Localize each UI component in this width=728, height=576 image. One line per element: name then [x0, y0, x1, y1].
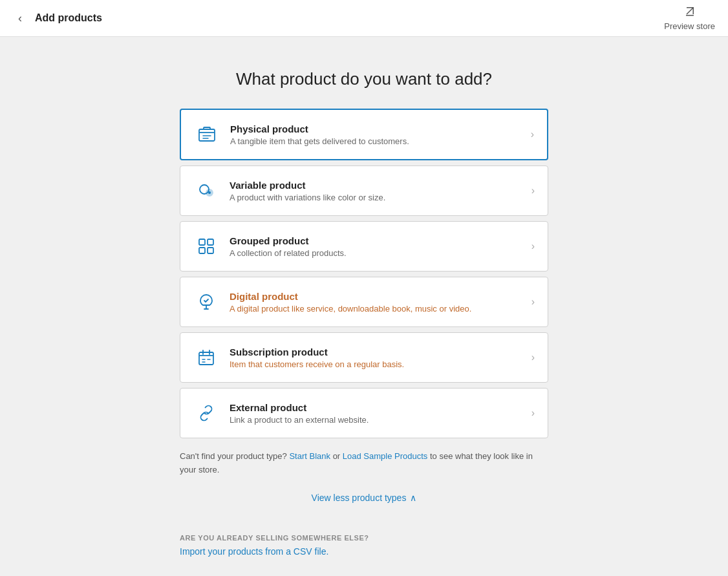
footer-hint: Can't find your product type? Start Blan…	[180, 450, 548, 477]
svg-rect-0	[686, 15, 694, 16]
import-csv-link[interactable]: Import your products from a CSV file.	[180, 546, 328, 557]
cant-find-text: Can't find your product type?	[180, 451, 289, 461]
chevron-up-icon: ∧	[410, 493, 416, 503]
load-sample-link[interactable]: Load Sample Products	[343, 451, 428, 461]
svg-point-4	[208, 191, 211, 194]
svg-rect-5	[199, 239, 205, 245]
variable-product-content: Variable product A product with variatio…	[230, 180, 521, 202]
subscription-product-icon	[193, 345, 219, 370]
physical-product-title: Physical product	[230, 123, 520, 134]
already-selling-label: ARE YOU ALREADY SELLING SOMEWHERE ELSE?	[180, 534, 548, 542]
grouped-product-desc: A collection of related products.	[230, 248, 521, 258]
variable-product-title: Variable product	[230, 180, 521, 191]
svg-rect-1	[199, 129, 215, 141]
external-link-icon	[684, 5, 696, 20]
external-product-icon	[193, 400, 219, 426]
chevron-right-icon: ›	[531, 296, 535, 308]
subscription-product-content: Subscription product Item that customers…	[230, 347, 521, 369]
digital-product-desc: A digital product like service, download…	[230, 304, 521, 314]
subscription-product-title: Subscription product	[230, 347, 521, 357]
page-title: Add products	[35, 12, 102, 24]
digital-product-icon	[193, 289, 219, 315]
chevron-right-icon: ›	[531, 352, 535, 363]
chevron-right-icon: ›	[531, 240, 535, 252]
product-card-grouped[interactable]: Grouped product A collection of related …	[180, 221, 548, 272]
external-product-desc: Link a product to an external website.	[230, 415, 521, 425]
grouped-product-content: Grouped product A collection of related …	[230, 235, 521, 258]
view-less-button[interactable]: View less product types ∧	[312, 493, 417, 503]
svg-rect-9	[199, 352, 213, 365]
digital-product-title: Digital product	[230, 291, 521, 302]
external-product-content: External product Link a product to an ex…	[230, 402, 521, 425]
physical-product-desc: A tangible item that gets delivered to c…	[230, 136, 520, 146]
variable-product-desc: A product with variations like color or …	[230, 193, 521, 202]
physical-product-content: Physical product A tangible item that ge…	[230, 123, 520, 146]
product-cards-container: Physical product A tangible item that ge…	[180, 109, 548, 443]
digital-product-content: Digital product A digital product like s…	[230, 291, 521, 314]
svg-rect-6	[208, 239, 213, 245]
header: ‹ Add products Preview store	[0, 0, 728, 37]
grouped-product-icon	[193, 233, 219, 259]
grouped-product-title: Grouped product	[230, 235, 521, 246]
external-product-title: External product	[230, 402, 521, 413]
product-card-digital[interactable]: Digital product A digital product like s…	[180, 277, 548, 327]
chevron-right-icon: ›	[531, 185, 535, 197]
svg-rect-7	[199, 248, 205, 253]
back-button[interactable]: ‹	[13, 9, 27, 28]
header-left: ‹ Add products	[13, 9, 102, 28]
product-card-external[interactable]: External product Link a product to an ex…	[180, 388, 548, 438]
chevron-right-icon: ›	[531, 407, 535, 419]
preview-store-link[interactable]: Preview store	[664, 5, 715, 31]
main-content: What product do you want to add? Physica…	[0, 37, 728, 576]
preview-store-label: Preview store	[664, 21, 715, 31]
subscription-product-desc: Item that customers receive on a regular…	[230, 359, 521, 369]
physical-product-icon	[194, 122, 220, 147]
page-heading: What product do you want to add?	[236, 69, 492, 89]
chevron-right-icon: ›	[531, 129, 534, 140]
product-card-physical[interactable]: Physical product A tangible item that ge…	[180, 109, 548, 160]
svg-rect-8	[208, 248, 213, 253]
product-card-variable[interactable]: Variable product A product with variatio…	[180, 165, 548, 216]
start-blank-link[interactable]: Start Blank	[289, 451, 330, 461]
product-card-subscription[interactable]: Subscription product Item that customers…	[180, 332, 548, 383]
or-text: or	[333, 451, 343, 461]
variable-product-icon	[193, 178, 219, 204]
already-selling-section: ARE YOU ALREADY SELLING SOMEWHERE ELSE? …	[180, 534, 548, 557]
view-less-label: View less product types	[312, 493, 407, 503]
